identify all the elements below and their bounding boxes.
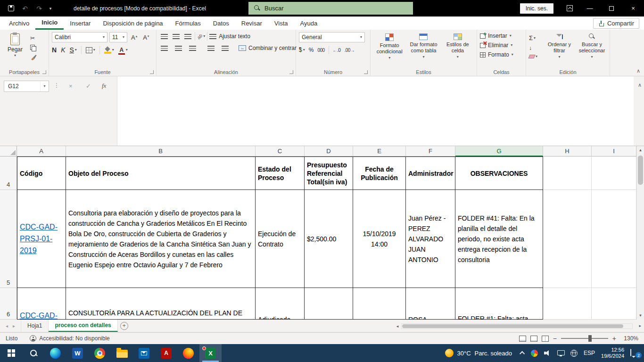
align-right-icon[interactable]: [188, 44, 198, 52]
taskbar-file-explorer-button[interactable]: [111, 344, 133, 362]
cell-a4[interactable]: Código: [17, 156, 66, 190]
tab-ayuda[interactable]: Ayuda: [294, 16, 324, 30]
scroll-down-icon[interactable]: ▼: [637, 312, 644, 320]
fill-color-button[interactable]: ▾: [104, 47, 114, 54]
close-button[interactable]: ×: [622, 0, 644, 16]
cell-h4[interactable]: [543, 156, 592, 190]
taskbar-excel-button[interactable]: X: [199, 344, 222, 362]
taskbar-outlook-button[interactable]: [133, 344, 155, 362]
normal-view-icon[interactable]: [519, 336, 526, 342]
zoom-level[interactable]: 130%: [620, 335, 638, 342]
hscroll-right-icon[interactable]: ▸: [639, 323, 641, 328]
display-icon[interactable]: [557, 350, 564, 356]
zoom-slider[interactable]: [561, 338, 608, 339]
minimize-button[interactable]: —: [579, 0, 601, 16]
formula-bar-handle[interactable]: ⋮: [54, 82, 59, 89]
cell-i5[interactable]: [592, 190, 636, 288]
align-top-icon[interactable]: [159, 33, 169, 41]
start-button[interactable]: [0, 344, 22, 362]
cell-e6[interactable]: [353, 288, 406, 320]
merge-center-button[interactable]: ↔ Combinar y centrar ▾: [239, 45, 301, 51]
accessibility-status[interactable]: Accesibilidad: No disponible: [30, 335, 109, 342]
sheet-nav-left-icon[interactable]: ◂: [6, 323, 8, 329]
conditional-formatting-button[interactable]: Formato condicional ▾: [373, 32, 405, 67]
tab-archivo[interactable]: Archivo: [3, 16, 35, 30]
col-header-d[interactable]: D: [305, 146, 353, 156]
tab-insertar[interactable]: Insertar: [64, 16, 97, 30]
page-layout-view-icon[interactable]: [530, 336, 537, 342]
col-header-f[interactable]: F: [406, 146, 455, 156]
insert-function-icon[interactable]: fx: [102, 82, 106, 90]
cell-a5[interactable]: CDC-GAD-PRSJ-01-2019: [17, 190, 66, 288]
process-link[interactable]: CDC-GAD-: [20, 310, 63, 320]
increase-decimal-icon[interactable]: ←.0: [333, 48, 341, 53]
formula-input[interactable]: [117, 76, 634, 146]
row-header-6[interactable]: 6: [0, 288, 17, 320]
cell-g6[interactable]: FOLDER #1: Falta: acta: [455, 288, 543, 320]
ribbon-display-options-icon[interactable]: [560, 0, 579, 16]
col-header-a[interactable]: A: [17, 146, 66, 156]
decrease-indent-icon[interactable]: [206, 44, 216, 52]
sheet-tab-hoja1[interactable]: Hoja1: [21, 320, 49, 332]
cut-icon[interactable]: ✂: [30, 35, 37, 41]
row-header-5[interactable]: 5: [0, 190, 17, 288]
number-dialog-launcher[interactable]: [364, 70, 368, 74]
font-dialog-launcher[interactable]: [150, 70, 154, 74]
tab-revisar[interactable]: Revisar: [235, 16, 268, 30]
alignment-dialog-launcher[interactable]: [289, 70, 293, 74]
font-size-select[interactable]: 11 ▾: [109, 32, 127, 42]
cell-c4[interactable]: Estado del Proceso: [256, 156, 305, 190]
tab-inicio[interactable]: Inicio: [35, 16, 64, 30]
percent-button[interactable]: %: [309, 47, 314, 53]
decrease-font-icon[interactable]: A▾: [141, 33, 151, 42]
align-left-icon[interactable]: [159, 44, 169, 52]
cell-styles-button[interactable]: Estilos de celda ▾: [442, 32, 474, 67]
taskbar-acrobat-button[interactable]: A: [155, 344, 177, 362]
collapse-formula-bar-icon[interactable]: ∧: [638, 82, 642, 88]
cell-d4[interactable]: Presupuesto Referencial Total(sin iva): [305, 156, 353, 190]
cell-f4[interactable]: Administrador: [406, 156, 455, 190]
taskbar-word-button[interactable]: W: [66, 344, 89, 362]
comma-style-button[interactable]: 000: [317, 48, 324, 53]
cell-e4[interactable]: Fecha de Publicación: [353, 156, 406, 190]
clear-button[interactable]: ▾: [529, 55, 542, 58]
zoom-out-icon[interactable]: −: [553, 335, 557, 342]
cell-b5[interactable]: Consultoria para elaboración y diseño de…: [66, 190, 256, 288]
row-header-4[interactable]: 4: [0, 156, 17, 190]
scroll-up-icon[interactable]: ▲: [637, 146, 644, 154]
tab-datos[interactable]: Datos: [207, 16, 235, 30]
sort-filter-button[interactable]: Ordenar y filtrar ▾: [545, 32, 574, 67]
increase-font-icon[interactable]: A▴: [129, 33, 139, 42]
cell-g4[interactable]: OBSERVACIONES: [455, 156, 543, 190]
align-bottom-icon[interactable]: [183, 33, 193, 41]
col-header-i[interactable]: I: [592, 146, 636, 156]
horizontal-scroll-thumb[interactable]: [402, 324, 623, 328]
sign-in-button[interactable]: Inic. ses.: [520, 3, 553, 14]
hscroll-left-icon[interactable]: ◂: [394, 324, 401, 329]
zoom-slider-thumb[interactable]: [588, 335, 592, 342]
clock[interactable]: 12:56 19/6/2024: [601, 347, 624, 359]
italic-button[interactable]: K: [61, 46, 65, 54]
wrap-text-button[interactable]: Ajustar texto: [209, 33, 250, 40]
underline-button[interactable]: S ▾: [69, 46, 76, 54]
cell-d6[interactable]: [305, 288, 353, 320]
taskbar-firefox-button[interactable]: [177, 344, 199, 362]
find-select-button[interactable]: Buscar y seleccionar ▾: [577, 32, 607, 67]
cell-b6[interactable]: CONSULTORÍA PARA LA ACTUALIZACIÓN DEL PL…: [66, 288, 256, 320]
cell-e5[interactable]: 15/10/2019 14:00: [353, 190, 406, 288]
tray-app-icon[interactable]: [531, 350, 538, 357]
increase-indent-icon[interactable]: [220, 44, 230, 52]
borders-button[interactable]: ▾: [86, 47, 95, 53]
collapse-ribbon-icon[interactable]: ∧: [636, 68, 640, 74]
col-header-e[interactable]: E: [353, 146, 406, 156]
maximize-button[interactable]: [601, 0, 622, 16]
taskbar-search-button[interactable]: [22, 344, 44, 362]
search-box[interactable]: Buscar: [248, 2, 413, 15]
font-color-button[interactable]: A ▾: [118, 47, 128, 53]
align-middle-icon[interactable]: [171, 33, 181, 41]
clipboard-dialog-launcher[interactable]: [42, 70, 46, 74]
save-icon[interactable]: [5, 2, 17, 15]
cell-c6[interactable]: Adjudicado: [256, 288, 305, 320]
cell-h5[interactable]: [543, 190, 592, 288]
cell-g5[interactable]: FOLDER #41: Falta: En la planilla el det…: [455, 190, 543, 288]
